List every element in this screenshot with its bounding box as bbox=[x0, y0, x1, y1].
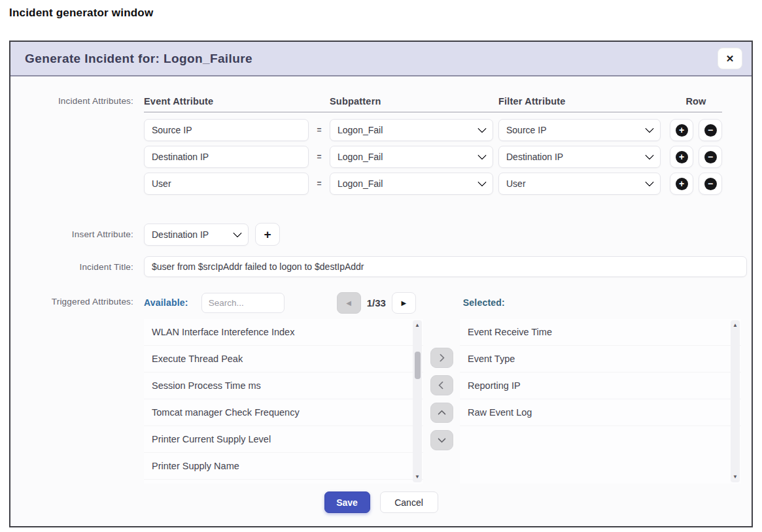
selected-label: Selected: bbox=[463, 297, 505, 308]
pagination: ◀ 1/33 ▶ bbox=[337, 292, 416, 314]
close-icon: ✕ bbox=[726, 53, 735, 65]
move-right-button[interactable] bbox=[430, 348, 453, 368]
list-item[interactable]: Session Process Time ms bbox=[144, 373, 423, 399]
subpattern-value: Logon_Fail bbox=[338, 178, 383, 189]
previous-page-icon: ◀ bbox=[346, 299, 351, 307]
column-header-subpattern: Subpattern bbox=[330, 96, 498, 107]
scroll-down-icon[interactable]: ▼ bbox=[731, 473, 740, 481]
incident-attributes-label: Incident Attributes: bbox=[10, 96, 133, 199]
filter-attribute-value: User bbox=[506, 178, 526, 189]
remove-row-button[interactable]: − bbox=[699, 173, 722, 195]
plus-circle-icon: + bbox=[676, 178, 688, 190]
chevron-up-icon bbox=[438, 410, 446, 418]
list-item[interactable]: Printer Current Supply Level bbox=[144, 426, 423, 453]
scroll-up-icon[interactable]: ▲ bbox=[731, 322, 740, 329]
subpattern-value: Logon_Fail bbox=[338, 152, 383, 162]
subpattern-select[interactable]: Logon_Fail bbox=[330, 173, 493, 195]
chevron-left-icon bbox=[438, 381, 447, 390]
remove-row-button[interactable]: − bbox=[699, 119, 722, 141]
triggered-attributes-section: Triggered Attributes: Available: ◀ 1/33 … bbox=[10, 291, 752, 484]
incident-title-section: Incident Title: bbox=[10, 256, 752, 277]
next-page-button[interactable]: ▶ bbox=[392, 292, 416, 314]
list-item[interactable]: WLAN Interface Interefence Index bbox=[144, 319, 423, 346]
incident-title-label: Incident Title: bbox=[10, 262, 133, 272]
page-title: Incident generator window bbox=[9, 7, 153, 20]
subpattern-select[interactable]: Logon_Fail bbox=[330, 146, 493, 168]
attribute-row: = Logon_Fail User + bbox=[144, 173, 722, 195]
chevron-down-icon bbox=[233, 228, 242, 237]
filter-attribute-select[interactable]: Destination IP bbox=[498, 146, 661, 168]
event-attribute-input[interactable] bbox=[144, 146, 309, 168]
filter-attribute-value: Destination IP bbox=[506, 152, 563, 162]
list-item[interactable]: Password Last Set bbox=[144, 480, 423, 484]
column-header-filter-attribute: Filter Attribute bbox=[498, 96, 670, 107]
page-indicator: 1/33 bbox=[367, 297, 386, 308]
add-row-button[interactable]: + bbox=[670, 119, 693, 141]
incident-title-input[interactable] bbox=[144, 256, 747, 277]
insert-attribute-add-button[interactable]: + bbox=[255, 223, 280, 246]
dialog-header: Generate Incident for: Logon_Failure ✕ bbox=[10, 42, 752, 76]
list-item[interactable]: Execute Thread Peak bbox=[144, 346, 423, 373]
list-item[interactable]: Raw Event Log bbox=[460, 399, 741, 426]
chevron-right-icon bbox=[436, 354, 445, 362]
chevron-down-icon bbox=[438, 435, 446, 443]
minus-circle-icon: − bbox=[704, 124, 717, 137]
scrollbar-thumb[interactable] bbox=[415, 352, 421, 379]
list-item[interactable]: Reporting IP bbox=[460, 373, 741, 399]
move-down-button[interactable] bbox=[430, 430, 453, 450]
insert-attribute-select[interactable]: Destination IP bbox=[144, 224, 249, 246]
list-item[interactable]: Printer Supply Name bbox=[144, 453, 423, 480]
attribute-row: = Logon_Fail Destination IP + bbox=[144, 146, 722, 168]
insert-attribute-section: Insert Attribute: Destination IP + bbox=[10, 223, 752, 246]
header-divider bbox=[144, 112, 722, 112]
chevron-down-icon bbox=[645, 151, 654, 160]
move-up-button[interactable] bbox=[430, 403, 453, 423]
selected-scrollbar[interactable]: ▲ ▼ bbox=[731, 320, 740, 482]
plus-icon: + bbox=[264, 227, 271, 242]
generate-incident-dialog: Generate Incident for: Logon_Failure ✕ I… bbox=[9, 41, 753, 527]
scroll-down-icon[interactable]: ▼ bbox=[413, 473, 422, 481]
triggered-attributes-toolbar: Available: ◀ 1/33 ▶ Selected: bbox=[144, 291, 741, 314]
list-item[interactable]: Tomcat manager Check Frequency bbox=[144, 399, 423, 426]
list-item[interactable]: Event Receive Time bbox=[460, 319, 741, 346]
equals-sign: = bbox=[309, 125, 330, 135]
triggered-attributes-label: Triggered Attributes: bbox=[10, 291, 133, 484]
event-attribute-input[interactable] bbox=[144, 119, 309, 141]
attribute-row: = Logon_Fail Source IP + bbox=[144, 119, 722, 141]
subpattern-select[interactable]: Logon_Fail bbox=[330, 119, 493, 141]
column-header-row: Row bbox=[670, 96, 722, 107]
chevron-down-icon bbox=[645, 124, 654, 133]
cancel-button[interactable]: Cancel bbox=[380, 491, 438, 513]
previous-page-button[interactable]: ◀ bbox=[337, 292, 361, 314]
search-input[interactable] bbox=[201, 293, 285, 313]
filter-attribute-select[interactable]: Source IP bbox=[498, 119, 661, 141]
available-label: Available: bbox=[144, 297, 188, 308]
subpattern-value: Logon_Fail bbox=[338, 125, 383, 135]
equals-sign: = bbox=[309, 152, 330, 161]
filter-attribute-select[interactable]: User bbox=[498, 173, 661, 195]
available-scrollbar[interactable]: ▲ ▼ bbox=[413, 320, 422, 482]
available-list: WLAN Interface Interefence Index Execute… bbox=[144, 319, 423, 484]
screen: Incident generator window Generate Incid… bbox=[0, 0, 762, 532]
add-row-button[interactable]: + bbox=[670, 173, 693, 195]
list-item[interactable]: Event Type bbox=[460, 346, 741, 373]
close-button[interactable]: ✕ bbox=[718, 48, 742, 69]
plus-circle-icon: + bbox=[676, 151, 688, 163]
chevron-down-icon bbox=[477, 178, 487, 187]
attributes-table-header: Event Attribute Subpattern Filter Attrib… bbox=[144, 96, 722, 107]
move-left-button[interactable] bbox=[430, 375, 453, 395]
transfer-buttons bbox=[423, 319, 460, 484]
save-button[interactable]: Save bbox=[324, 491, 370, 513]
insert-attribute-value: Destination IP bbox=[152, 229, 209, 240]
incident-attributes-section: Incident Attributes: Event Attribute Sub… bbox=[10, 96, 752, 199]
minus-circle-icon: − bbox=[704, 151, 717, 163]
filter-attribute-value: Source IP bbox=[506, 125, 546, 135]
dialog-footer: Save Cancel bbox=[10, 491, 752, 513]
remove-row-button[interactable]: − bbox=[699, 146, 722, 168]
scroll-up-icon[interactable]: ▲ bbox=[413, 322, 422, 329]
minus-circle-icon: − bbox=[704, 178, 717, 190]
event-attribute-input[interactable] bbox=[144, 173, 309, 195]
plus-circle-icon: + bbox=[676, 124, 688, 137]
add-row-button[interactable]: + bbox=[670, 146, 693, 168]
selected-list: Event Receive Time Event Type Reporting … bbox=[460, 319, 741, 484]
